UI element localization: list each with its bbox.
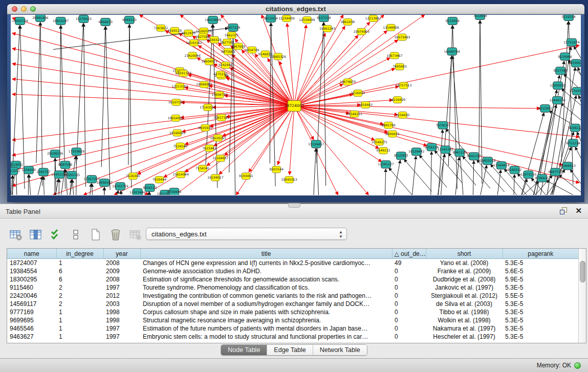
network-edge[interactable] [290, 106, 294, 174]
network-node[interactable]: 12675510 [520, 171, 536, 179]
network-node[interactable]: 23420046 [184, 52, 200, 59]
network-node[interactable]: 7650444 [153, 177, 167, 183]
network-node[interactable]: 8854749 [245, 47, 259, 53]
column-header-title[interactable]: title [140, 249, 392, 259]
network-edge[interactable] [278, 106, 294, 165]
table-row[interactable]: 1872400712008Changes of HCN gene express… [7, 259, 578, 268]
network-node[interactable]: 9193465 [239, 173, 253, 180]
column-header-short[interactable]: short [426, 249, 503, 259]
table-cell[interactable]: 9465546 [7, 324, 56, 333]
network-edge[interactable] [60, 26, 61, 166]
column-header-year[interactable]: year [103, 249, 140, 259]
network-edge[interactable] [389, 168, 417, 195]
table-cell[interactable]: Yano et al. (2008) [426, 259, 503, 268]
network-node[interactable]: 12093832 [550, 82, 565, 90]
table-cell[interactable]: Estimation of significance thresholds fo… [140, 275, 392, 283]
network-node[interactable]: 10549275 [371, 139, 387, 145]
table-cell[interactable]: 0 [392, 324, 426, 333]
table-cell[interactable]: 1 [56, 259, 103, 268]
table-cell[interactable]: Wolkin et al. (1998) [426, 316, 503, 324]
table-cell[interactable]: Tourette syndrome. Phenomenology and cla… [140, 283, 392, 292]
network-node[interactable]: 10653287 [53, 17, 69, 25]
table-cell[interactable]: 2 [56, 300, 103, 308]
table-cell[interactable]: Estimation of the future numbers of pati… [140, 324, 392, 333]
table-scrollbar[interactable] [578, 249, 586, 343]
network-edge[interactable] [294, 106, 562, 165]
table-selector-dropdown[interactable]: citations_edges.txt ▲▼ [146, 228, 347, 240]
table-cell[interactable]: Tibbo et al. (1998) [426, 308, 503, 316]
network-canvas[interactable]: 1405572420891406106532871527602364666338… [11, 15, 581, 195]
network-edge[interactable] [105, 27, 110, 190]
network-edge[interactable] [185, 106, 294, 172]
network-node[interactable]: 1942757 [36, 168, 51, 176]
network-edge[interactable] [473, 161, 474, 195]
table-cell[interactable]: Hescheler et al. (1997) [426, 333, 503, 341]
table-cell[interactable]: 5.3E-5 [503, 259, 578, 268]
network-edge[interactable] [520, 113, 544, 195]
table-cell[interactable]: 22420046 [7, 292, 56, 300]
table-cell[interactable]: 0 [392, 267, 426, 275]
network-node[interactable]: 9133054 [446, 17, 460, 25]
split-pane-handle[interactable] [288, 203, 300, 208]
network-edge[interactable] [294, 106, 540, 108]
network-edge[interactable] [411, 156, 416, 195]
table-cell[interactable]: 0 [392, 308, 426, 316]
network-node[interactable]: 8649123 [122, 16, 137, 24]
network-node[interactable]: 7857224 [226, 24, 241, 31]
network-node[interactable]: 9756124 [425, 143, 439, 151]
network-node[interactable]: 1816443 [359, 102, 373, 108]
network-edge[interactable] [294, 84, 343, 106]
network-edge[interactable] [578, 68, 581, 86]
table-cell[interactable]: 1 [56, 308, 103, 316]
table-cell[interactable]: 1998 [103, 308, 140, 316]
network-node[interactable]: 10126442 [408, 148, 424, 156]
select-column-icon[interactable] [28, 227, 43, 243]
network-edge[interactable] [570, 169, 581, 189]
citation-network-graph[interactable]: 1405572420891406106532871527602364666338… [11, 15, 581, 195]
network-node[interactable]: 15134457 [308, 140, 324, 148]
network-node[interactable]: 7524540 [173, 143, 188, 149]
network-node[interactable]: 9227343 [553, 67, 568, 75]
network-node[interactable]: 9750444 [167, 188, 182, 195]
network-node[interactable]: 20206536 [47, 150, 63, 158]
network-edge[interactable] [294, 106, 375, 140]
network-edge[interactable] [431, 151, 432, 195]
table-row[interactable]: 946362711997Embryonic stem cells: a mode… [7, 333, 578, 341]
network-node[interactable]: 11254439 [278, 15, 294, 21]
table-cell[interactable]: 2 [56, 283, 103, 292]
table-cell[interactable]: Structural magnetic resonance image aver… [140, 316, 392, 324]
network-node[interactable]: 16961243 [319, 25, 335, 32]
network-node[interactable]: 5510234 [561, 15, 576, 20]
network-node[interactable]: 16648784 [444, 48, 460, 55]
table-cell[interactable]: Franke et al. (2009) [426, 267, 503, 275]
network-edge[interactable] [294, 15, 384, 106]
network-view-window[interactable]: citations_edges.txt 1 [7, 4, 584, 202]
table-cell[interactable]: 2008 [103, 259, 140, 268]
table-row[interactable]: 1830029562008Estimation of significance … [7, 275, 578, 283]
table-cell[interactable]: Dudbridge et al. (2008) [426, 275, 503, 283]
table-cell[interactable]: 5.9E-5 [503, 275, 578, 283]
network-node[interactable]: 12213987 [365, 15, 381, 21]
table-cell[interactable]: Genome-wide association studies in ADHD. [140, 267, 392, 275]
table-cell[interactable]: 5.3E-5 [503, 283, 578, 292]
table-row[interactable]: 911546021997Tourette syndrome. Phenomeno… [7, 283, 578, 292]
table-cell[interactable]: 18300295 [7, 275, 56, 283]
column-header-in_degree[interactable]: in_degree [56, 249, 103, 259]
table-cell[interactable]: 9699695 [7, 316, 56, 324]
table-cell[interactable]: 6 [56, 275, 103, 283]
table-cell[interactable]: Jankovic et al. (1997) [426, 283, 503, 292]
network-node[interactable]: 9245012 [508, 166, 522, 174]
network-node[interactable]: 10691013 [281, 177, 297, 183]
network-edge[interactable] [385, 169, 386, 195]
table-cell[interactable]: 1 [56, 333, 103, 341]
network-node[interactable]: 11564419 [493, 162, 509, 169]
network-node[interactable]: 16107553 [168, 99, 184, 106]
network-edge[interactable] [294, 106, 379, 148]
network-node[interactable]: 8941125 [452, 149, 467, 157]
delete-table-icon[interactable] [108, 227, 123, 243]
network-node[interactable]: 9097588 [58, 161, 73, 169]
tab-edge-table[interactable]: Edge Table [267, 345, 312, 355]
table-row[interactable]: 1456911722003Disruption of a novel membe… [7, 300, 578, 308]
network-edge[interactable] [40, 23, 42, 186]
network-edge[interactable] [28, 174, 29, 195]
